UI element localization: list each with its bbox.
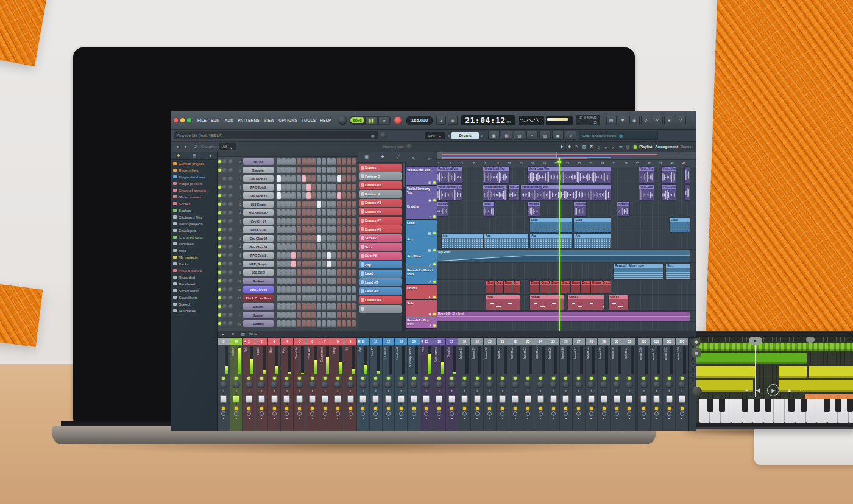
step-cell[interactable]: [297, 295, 301, 301]
step-cell[interactable]: [342, 175, 346, 182]
strip-solo-button[interactable]: [475, 411, 480, 416]
step-cell[interactable]: [302, 286, 306, 293]
channel-button[interactable]: 808 Snare: [243, 201, 274, 208]
breadcrumb[interactable]: Playlist - Arrangement: [639, 145, 678, 149]
refresh-icon[interactable]: ↺: [192, 144, 199, 150]
pattern-item[interactable]: Drums #7: [359, 217, 402, 225]
track-led[interactable]: [433, 263, 436, 265]
channel-button[interactable]: Pluck C...ar Bass: [243, 295, 274, 301]
mixer-strip-16[interactable]: 16Vox harmo↕: [433, 338, 445, 431]
strip-fader[interactable]: [651, 393, 663, 405]
step-cell[interactable]: [352, 201, 356, 208]
step-cell[interactable]: [286, 158, 291, 165]
step-cell[interactable]: [347, 158, 351, 165]
browser-item[interactable]: Current project: [171, 160, 217, 167]
step-cell[interactable]: [277, 184, 281, 191]
strip-led[interactable]: [668, 377, 671, 380]
strip-fader[interactable]: [357, 393, 369, 405]
strip-mute-lamp[interactable]: [400, 407, 403, 410]
playlist-clip[interactable]: Veel...Vox: [662, 167, 676, 183]
step-cell[interactable]: [322, 286, 326, 293]
menu-options[interactable]: OPTIONS: [277, 117, 299, 124]
strip-fader[interactable]: [509, 393, 522, 405]
step-cell[interactable]: [286, 192, 291, 199]
playlist-clip[interactable]: Dru...2: [561, 281, 570, 293]
step-cell[interactable]: [331, 158, 336, 165]
step-cell[interactable]: [277, 295, 281, 301]
strip-mute-lamp[interactable]: [425, 407, 428, 410]
mixer-strip-9[interactable]: 9Sc↕: [344, 338, 356, 431]
strip-solo-button[interactable]: [551, 411, 556, 416]
playlist-clip[interactable]: Breathe: [528, 202, 540, 216]
step-cell[interactable]: [347, 235, 351, 242]
mobile-clip[interactable]: [809, 366, 853, 378]
channel-pan-knob[interactable]: [222, 245, 227, 250]
step-cell[interactable]: [352, 167, 356, 173]
strip-led[interactable]: [501, 377, 504, 380]
step-cell[interactable]: [331, 312, 336, 318]
step-cell[interactable]: [297, 218, 301, 225]
piano-black-key[interactable]: [765, 399, 771, 412]
step-cell[interactable]: [327, 312, 331, 318]
undo-icon[interactable]: ↺: [641, 116, 651, 125]
playlist-track-header[interactable]: Drums▲: [406, 285, 437, 300]
step-cell[interactable]: [322, 201, 326, 208]
channel-mute-led[interactable]: [218, 177, 221, 180]
piano-white-key[interactable]: [774, 399, 784, 423]
step-cell[interactable]: [317, 303, 321, 310]
mixer-strip-8[interactable]: 8Snap↕: [331, 338, 344, 431]
fx-slot[interactable]: [691, 373, 695, 377]
strip-pan-knob[interactable]: [296, 381, 303, 388]
channel-vol-knob[interactable]: [228, 304, 233, 309]
rewind-icon[interactable]: ◀: [756, 387, 760, 393]
channel-button[interactable]: Grv Kick 27: [243, 192, 274, 199]
strip-solo-button[interactable]: [361, 411, 365, 416]
playlist-clip[interactable]: Dru...2: [495, 281, 503, 293]
step-cell[interactable]: [342, 320, 346, 327]
strip-led[interactable]: [514, 377, 517, 380]
mixer-strip-15[interactable]: 15◉Vox↕: [420, 338, 433, 431]
step-cell[interactable]: [347, 261, 351, 267]
strip-pan-knob[interactable]: [550, 381, 557, 388]
channel-mute-led[interactable]: [218, 169, 221, 172]
strip-mute-lamp[interactable]: [298, 407, 301, 410]
step-cell[interactable]: [277, 209, 281, 216]
strip-led[interactable]: [539, 377, 542, 380]
step-cell[interactable]: [342, 226, 346, 233]
channel-mute-led[interactable]: [218, 254, 221, 257]
strip-mute-lamp[interactable]: [374, 407, 377, 410]
step-cell[interactable]: [277, 158, 281, 165]
save-icon[interactable]: ▤: [606, 116, 617, 125]
strip-mute-lamp[interactable]: [552, 407, 555, 410]
strip-mute-lamp[interactable]: [615, 407, 618, 410]
channel-vol-knob[interactable]: [228, 159, 233, 164]
step-cell[interactable]: [327, 295, 331, 301]
step-cell[interactable]: [306, 269, 311, 276]
playlist-track-header[interactable]: Sub◆: [406, 300, 437, 317]
step-cell[interactable]: [337, 295, 341, 301]
browser-item[interactable]: Envelopes: [171, 227, 217, 234]
strip-mute-lamp[interactable]: [349, 407, 352, 410]
mobile-playhead[interactable]: [755, 337, 756, 397]
strip-mute-lamp[interactable]: [260, 407, 263, 410]
step-cell[interactable]: [286, 320, 291, 327]
strip-solo-button[interactable]: [386, 411, 391, 416]
step-cell[interactable]: [327, 175, 331, 182]
pattern-item[interactable]: Sub: [359, 243, 402, 251]
step-cell[interactable]: [337, 252, 341, 259]
strip-pan-knob[interactable]: [372, 381, 380, 388]
step-cell[interactable]: [277, 278, 281, 284]
step-cell[interactable]: [297, 243, 301, 250]
step-cell[interactable]: [337, 192, 341, 199]
fx-slot[interactable]: [691, 362, 695, 366]
channel-mute-led[interactable]: [218, 245, 221, 248]
step-cell[interactable]: [352, 158, 356, 165]
record-icon[interactable]: ●: [745, 387, 748, 393]
browser-item[interactable]: Plugin database: [171, 173, 217, 180]
mixer-strip-19[interactable]: 19Insert 19↕: [471, 338, 483, 431]
menu-help[interactable]: HELP: [318, 117, 333, 124]
step-cell[interactable]: [337, 320, 341, 327]
step-cell[interactable]: [311, 320, 316, 327]
strip-pan-knob[interactable]: [271, 381, 278, 388]
strip-solo-button[interactable]: [680, 411, 684, 416]
